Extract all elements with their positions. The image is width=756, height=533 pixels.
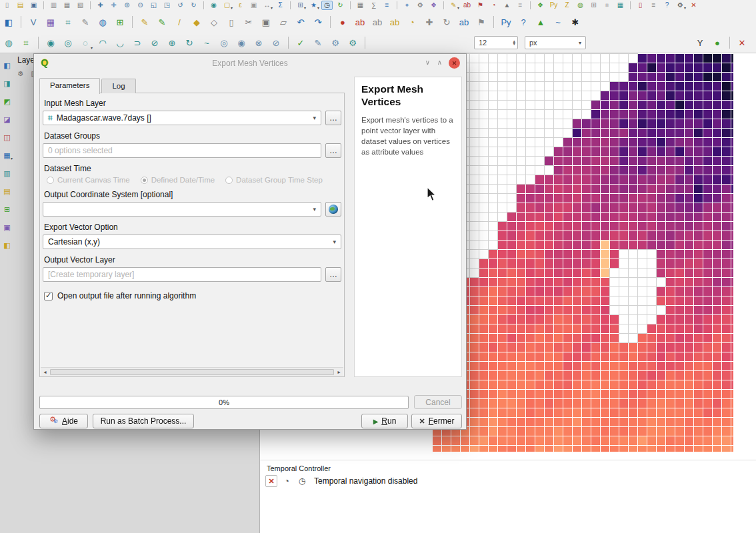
add-postgis-layer-icon[interactable]: ◨	[1, 78, 13, 89]
add-vector-layer-icon[interactable]: V	[26, 15, 41, 29]
output-vector-layer-browse-button[interactable]: …	[325, 267, 341, 282]
scale-bar-icon[interactable]: ≡	[515, 1, 526, 10]
layer-diagram-icon[interactable]: ◔	[405, 15, 419, 29]
deselect-features-icon[interactable]: ▣	[248, 1, 259, 10]
georeferencer-icon[interactable]: ⊞	[588, 1, 599, 10]
vertex-tool-icon[interactable]: ◇	[207, 15, 221, 29]
browser-panel-icon[interactable]: ◧	[1, 60, 13, 71]
label-pin-icon[interactable]: ●	[335, 15, 350, 29]
offset-curve-icon[interactable]: ◡	[113, 35, 127, 50]
zoom-native-icon[interactable]: ◱	[148, 1, 159, 10]
osm-tools-icon[interactable]: ◍	[575, 1, 586, 10]
style-manager-icon[interactable]: ❖	[428, 1, 439, 10]
processing-toolbox-icon[interactable]: ⚙	[415, 1, 426, 10]
metasearch-icon[interactable]: ◍	[1, 35, 16, 50]
options-icon[interactable]: ⚙▾	[675, 1, 686, 10]
input-mesh-layer-browse-button[interactable]: …	[325, 111, 341, 125]
output-vector-layer-field[interactable]: [Create temporary layer]	[43, 267, 321, 282]
scroll-right-icon[interactable]: ▸	[335, 369, 343, 375]
select-crs-button[interactable]	[325, 202, 341, 217]
new-map-view-icon[interactable]: ⊞▾	[295, 1, 306, 10]
reshape-features-icon[interactable]: ⊃	[130, 35, 145, 50]
remove-tool-icon[interactable]: ✕	[735, 35, 749, 50]
geometry-checker-icon[interactable]: ◉	[43, 35, 58, 50]
save-edits-icon[interactable]: ✎	[155, 15, 169, 29]
pan-to-selection-icon[interactable]: ✚	[108, 1, 119, 10]
export-vector-option-combo[interactable]: Cartesian (x,y) ▾	[43, 235, 341, 249]
spinner-arrows-icon[interactable]: ▴▾	[513, 40, 515, 45]
change-label-icon[interactable]: ab	[457, 15, 471, 29]
help-contents-icon[interactable]: ?	[661, 1, 673, 10]
close-icon[interactable]: ✕	[449, 57, 460, 69]
radio-defined-date-time[interactable]: Defined Date/Time	[141, 176, 215, 184]
new-3d-map-icon[interactable]: ▲	[533, 15, 548, 29]
layer-styling-panel-icon[interactable]: ◧	[1, 240, 13, 251]
tab-log[interactable]: Log	[101, 79, 135, 93]
paste-features-icon[interactable]: ▱	[276, 15, 291, 29]
print-icon[interactable]: ▥	[48, 1, 59, 10]
zoom-out-icon[interactable]: ⊖	[135, 1, 146, 10]
add-wcs-layer-icon[interactable]: ▤	[1, 186, 13, 197]
statistical-summary-icon[interactable]: Σ	[275, 1, 286, 10]
add-virtual-layer-icon[interactable]: ▣	[1, 222, 13, 233]
field-calculator-icon[interactable]: ∑	[368, 1, 379, 10]
layer-labeling-icon[interactable]: ab	[370, 15, 385, 29]
cut-features-icon[interactable]: ✂	[241, 15, 256, 29]
identify-features-icon[interactable]: ◉	[208, 1, 219, 10]
add-point-cloud-icon[interactable]: ⊞	[113, 15, 127, 29]
new-layout-icon[interactable]: ▦	[61, 1, 73, 10]
add-mesh-layer-icon[interactable]: ⌗	[61, 15, 75, 29]
simplify-feature-icon[interactable]: ~	[199, 35, 214, 50]
font-size-spinner[interactable]: 12 ▴▾	[474, 36, 518, 49]
close-button[interactable]: ✕ Fermer	[411, 414, 462, 428]
cancel-button[interactable]: Cancel	[414, 395, 462, 409]
temporal-controller-icon[interactable]: ◷	[321, 1, 333, 10]
add-wfs-layer-icon[interactable]: ▥	[1, 168, 13, 179]
delete-selected-icon[interactable]: ▯	[224, 15, 239, 29]
undo-icon[interactable]: ↶	[293, 15, 308, 29]
split-features-icon[interactable]: ⊘	[147, 35, 162, 50]
fill-ring-icon[interactable]: ◉	[234, 35, 249, 50]
toggle-editing-icon[interactable]: ✎	[137, 15, 152, 29]
attribute-table-icon[interactable]: ▦	[355, 1, 366, 10]
merge-features-icon[interactable]: ⊕	[165, 35, 179, 50]
map-tips-icon[interactable]: ab	[461, 1, 473, 10]
dialog-titlebar[interactable]: Q Export Mesh Vertices ∨ ∧ ✕	[34, 54, 466, 73]
unit-combo[interactable]: px ▾	[525, 36, 586, 49]
annotation-icon[interactable]: ✎▾	[448, 1, 459, 10]
open-output-checkbox[interactable]: ✓ Open output file after running algorit…	[44, 291, 341, 300]
elevation-profile-icon[interactable]: ~	[551, 15, 565, 29]
help-icon[interactable]: ?	[516, 15, 531, 29]
north-arrow-icon[interactable]: ▲	[501, 1, 513, 10]
delete-part-icon[interactable]: ⊘	[269, 35, 283, 50]
map-theme-icon[interactable]: ●	[710, 35, 725, 50]
delete-ring-icon[interactable]: ⊗	[251, 35, 266, 50]
bookmarks-icon[interactable]: ★▾	[308, 1, 319, 10]
input-mesh-layer-combo[interactable]: ⌗ Madagascar.wave.7days [] ▾	[43, 111, 321, 125]
datasource-manager-icon[interactable]: ◧	[1, 15, 16, 29]
add-web-layer-icon[interactable]: ◍	[95, 15, 110, 29]
add-mssql-layer-icon[interactable]: ◪	[1, 114, 13, 125]
db-manager-icon[interactable]: ▦	[615, 1, 626, 10]
chevron-down-icon[interactable]: ∨	[425, 59, 430, 66]
plugins-icon[interactable]: ❖	[535, 1, 546, 10]
batch-gear-icon[interactable]: ⚙	[345, 35, 360, 50]
add-wms-layer-icon[interactable]: ▦▾	[1, 150, 13, 161]
open-project-icon[interactable]: ▤	[15, 1, 26, 10]
label-abc-red-icon[interactable]: ab	[353, 15, 367, 29]
layers-options-icon[interactable]: ⚙	[16, 69, 25, 79]
mesh-canvas[interactable]	[432, 53, 733, 452]
copy-features-icon[interactable]: ▣	[259, 15, 273, 29]
dataset-groups-browse-button[interactable]: …	[325, 143, 341, 158]
zoom-full-icon[interactable]: ◳	[161, 1, 173, 10]
python-icon[interactable]: Py	[548, 1, 559, 10]
rotate-label-icon[interactable]: ↻	[439, 15, 454, 29]
temporal-disabled-icon[interactable]: ✕	[265, 475, 277, 487]
python-console-icon[interactable]: Py	[499, 15, 513, 29]
zonal-statistics-icon[interactable]: Z	[561, 1, 573, 10]
spin-down-icon[interactable]: ▾	[513, 43, 515, 45]
grass-tools-icon[interactable]: ⌗	[19, 35, 33, 50]
chevron-up-icon[interactable]: ∧	[437, 59, 442, 66]
add-feature-icon[interactable]: ◆	[189, 15, 204, 29]
temporal-fixed-range-icon[interactable]: ◔	[281, 475, 293, 487]
